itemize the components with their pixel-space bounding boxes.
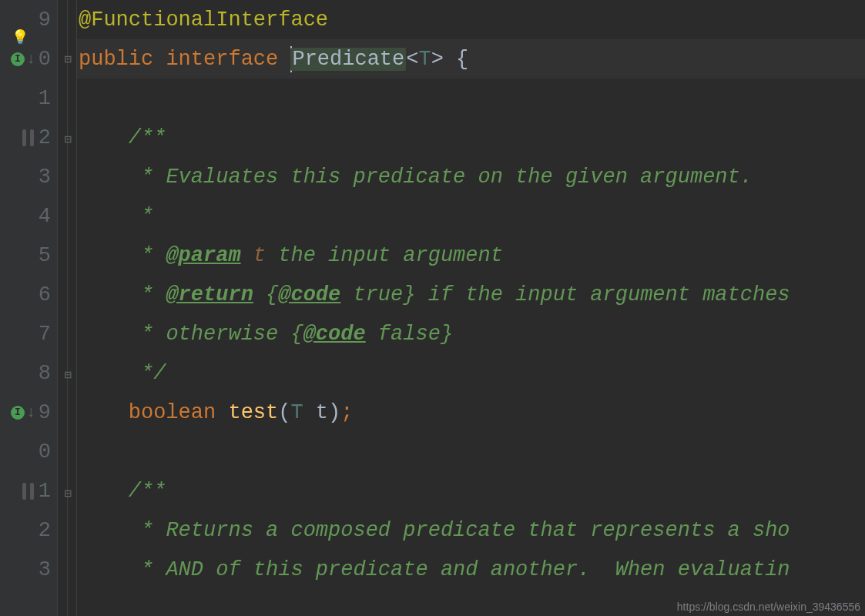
code-line[interactable]: * Returns a composed predicate that repr… xyxy=(77,511,865,550)
gutter-row: 9 I ↓ xyxy=(0,393,57,432)
keyword-token: interface xyxy=(166,48,278,71)
code-line[interactable] xyxy=(77,432,865,471)
fold-column[interactable]: ⊟ ⊟ ⊟ ⊟ xyxy=(57,0,77,616)
javadoc-token: * xyxy=(79,519,166,542)
javadoc-code-tag: @code xyxy=(303,323,366,346)
fold-toggle-icon[interactable]: ⊟ xyxy=(61,52,75,66)
javadoc-token: * xyxy=(79,244,166,267)
punct-token: < xyxy=(406,48,418,71)
code-line[interactable]: boolean test(T t); xyxy=(77,393,865,432)
line-number: 9 xyxy=(39,401,51,424)
javadoc-text: true} if the input argument matches xyxy=(340,283,790,306)
line-number: 7 xyxy=(39,323,51,346)
paragraph-marker-icon xyxy=(22,129,34,146)
line-number: 8 xyxy=(39,362,51,385)
selection-highlight: Predicate xyxy=(290,48,406,71)
paren-token: ) xyxy=(328,401,340,424)
gutter-row: 8 xyxy=(0,353,57,393)
line-number: 6 xyxy=(39,283,51,306)
code-line[interactable] xyxy=(77,79,865,118)
semicolon-token: ; xyxy=(340,401,353,424)
keyword-token: boolean xyxy=(129,401,216,424)
gutter-row: 0 xyxy=(0,432,57,471)
javadoc-token: * xyxy=(79,283,166,306)
fold-toggle-icon[interactable]: ⊟ xyxy=(61,132,75,146)
code-line[interactable]: /** xyxy=(77,118,865,157)
javadoc-tag: @param xyxy=(166,244,240,267)
gutter-icon-group[interactable]: I ↓ xyxy=(11,403,35,421)
line-number: 3 xyxy=(39,166,51,189)
gutter-row: 3 xyxy=(0,157,57,196)
gutter-row: 2 xyxy=(0,118,57,157)
javadoc-token: * xyxy=(79,558,166,581)
code-line-current[interactable]: public interface Predicate<T> { xyxy=(77,39,865,79)
line-number: 0 xyxy=(39,48,51,71)
gutter-row: 1 xyxy=(0,471,57,511)
javadoc-token: /** xyxy=(79,480,166,503)
javadoc-text: Evaluates this predicate on the given ar… xyxy=(166,166,753,189)
line-number: 5 xyxy=(39,244,51,267)
line-number: 1 xyxy=(39,87,51,110)
javadoc-token: */ xyxy=(79,362,166,385)
gutter-row: 2 xyxy=(0,511,57,550)
javadoc-text: Returns a composed predicate that repres… xyxy=(166,519,790,542)
javadoc-param-name: t xyxy=(253,244,266,267)
javadoc-text: the input argument xyxy=(266,244,503,267)
javadoc-text: AND of this predicate and another. When … xyxy=(166,558,790,581)
paren-token: ( xyxy=(278,401,290,424)
line-number: 3 xyxy=(39,558,51,581)
code-line[interactable]: * @param t the input argument xyxy=(77,236,865,275)
code-editor[interactable]: 9 💡 0 I ↓ 1 2 3 4 5 6 7 8 9 I ↓ xyxy=(0,0,865,616)
arrow-down-icon: ↓ xyxy=(26,403,35,421)
arrow-down-icon: ↓ xyxy=(26,50,35,68)
param-token: t xyxy=(303,401,328,424)
code-line[interactable]: * AND of this predicate and another. Whe… xyxy=(77,550,865,589)
code-line[interactable]: */ xyxy=(77,353,865,393)
code-line[interactable]: @FunctionalInterface xyxy=(77,0,865,39)
keyword-token: public xyxy=(79,48,153,71)
code-line[interactable]: * @return {@code true} if the input argu… xyxy=(77,275,865,314)
javadoc-token: * xyxy=(79,205,153,228)
paragraph-marker-icon xyxy=(22,483,34,500)
method-token: test xyxy=(228,401,278,424)
fold-toggle-icon[interactable]: ⊟ xyxy=(61,487,75,500)
type-param-token: T xyxy=(290,401,303,424)
javadoc-token: /** xyxy=(79,126,166,149)
punct-token: > xyxy=(431,48,444,71)
gutter-row: 0 I ↓ xyxy=(0,39,57,79)
gutter-row: 6 xyxy=(0,275,57,314)
line-number-gutter: 9 💡 0 I ↓ 1 2 3 4 5 6 7 8 9 I ↓ xyxy=(0,0,57,616)
gutter-row: 9 💡 xyxy=(0,0,57,39)
line-number: 4 xyxy=(39,205,51,228)
gutter-row: 1 xyxy=(0,79,57,118)
implements-marker-icon[interactable]: I xyxy=(11,406,25,420)
line-number: 9 xyxy=(39,8,51,32)
code-line[interactable]: * xyxy=(77,196,865,236)
line-number: 2 xyxy=(39,126,51,149)
intention-bulb-icon[interactable]: 💡 xyxy=(12,28,28,45)
gutter-row: 4 xyxy=(0,196,57,236)
javadoc-text: false} xyxy=(366,323,453,346)
gutter-row: 7 xyxy=(0,314,57,353)
code-area[interactable]: @FunctionalInterface public interface Pr… xyxy=(77,0,865,616)
line-number: 2 xyxy=(39,519,51,542)
gutter-icon-group[interactable]: I ↓ xyxy=(11,50,35,68)
code-line[interactable]: * otherwise {@code false} xyxy=(77,314,865,353)
javadoc-token: * xyxy=(79,323,166,346)
fold-end-icon[interactable]: ⊟ xyxy=(61,368,75,382)
watermark-text: https://blog.csdn.net/weixin_39436556 xyxy=(677,601,860,613)
type-param-token: T xyxy=(418,48,431,71)
javadoc-tag: @return xyxy=(166,283,253,306)
line-number: 1 xyxy=(39,480,51,503)
javadoc-code-tag: @code xyxy=(278,283,340,306)
implements-marker-icon[interactable]: I xyxy=(11,52,25,66)
code-line[interactable]: * Evaluates this predicate on the given … xyxy=(77,157,865,196)
line-number: 0 xyxy=(39,440,51,464)
code-line[interactable]: /** xyxy=(77,471,865,511)
javadoc-text: otherwise { xyxy=(166,323,303,346)
annotation-token: @FunctionalInterface xyxy=(79,8,328,32)
type-token: Predicate xyxy=(292,48,404,71)
javadoc-token: * xyxy=(79,166,166,189)
brace-token: { xyxy=(444,48,468,71)
gutter-row: 5 xyxy=(0,236,57,275)
